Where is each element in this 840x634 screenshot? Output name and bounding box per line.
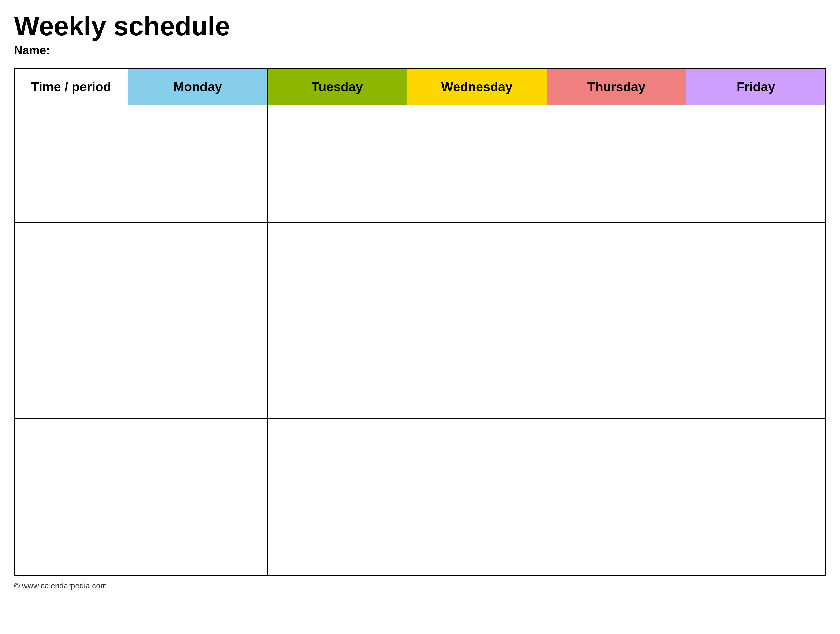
table-cell[interactable] [686, 379, 826, 419]
table-cell[interactable] [407, 183, 546, 223]
table-cell[interactable] [128, 262, 267, 301]
table-cell[interactable] [546, 497, 686, 536]
col-header-time: Time / period [14, 69, 128, 105]
table-cell[interactable] [14, 262, 128, 301]
table-cell[interactable] [14, 497, 128, 536]
col-header-tuesday: Tuesday [267, 69, 407, 105]
table-cell[interactable] [267, 419, 407, 458]
table-cell[interactable] [128, 301, 267, 340]
table-row [14, 223, 826, 262]
table-cell[interactable] [546, 301, 686, 340]
table-cell[interactable] [546, 262, 686, 301]
page-title: Weekly schedule [14, 11, 826, 41]
table-cell[interactable] [407, 223, 546, 262]
table-cell[interactable] [128, 379, 267, 419]
table-cell[interactable] [267, 105, 407, 144]
table-cell[interactable] [128, 105, 267, 144]
table-cell[interactable] [267, 379, 407, 419]
table-cell[interactable] [14, 301, 128, 340]
table-cell[interactable] [267, 458, 407, 497]
table-cell[interactable] [267, 262, 407, 301]
table-cell[interactable] [128, 458, 267, 497]
table-row [14, 262, 826, 301]
table-cell[interactable] [267, 223, 407, 262]
table-cell[interactable] [546, 144, 686, 183]
table-cell[interactable] [407, 379, 546, 419]
table-cell[interactable] [686, 144, 826, 183]
table-cell[interactable] [546, 419, 686, 458]
table-row [14, 105, 826, 144]
table-cell[interactable] [686, 419, 826, 458]
table-cell[interactable] [546, 183, 686, 223]
table-cell[interactable] [686, 183, 826, 223]
table-cell[interactable] [128, 419, 267, 458]
table-cell[interactable] [686, 223, 826, 262]
table-cell[interactable] [14, 379, 128, 419]
table-row [14, 183, 826, 223]
col-header-wednesday: Wednesday [407, 69, 546, 105]
table-cell[interactable] [14, 223, 128, 262]
table-cell[interactable] [686, 301, 826, 340]
name-label: Name: [14, 44, 826, 57]
table-cell[interactable] [686, 536, 826, 576]
table-cell[interactable] [546, 458, 686, 497]
table-cell[interactable] [407, 301, 546, 340]
table-cell[interactable] [14, 458, 128, 497]
table-row [14, 301, 826, 340]
table-cell[interactable] [407, 340, 546, 379]
table-cell[interactable] [128, 340, 267, 379]
col-header-thursday: Thursday [546, 69, 686, 105]
table-cell[interactable] [686, 105, 826, 144]
table-row [14, 458, 826, 497]
footer-copyright: © www.calendarpedia.com [14, 581, 826, 590]
table-cell[interactable] [267, 536, 407, 576]
schedule-table: Time / period Monday Tuesday Wednesday T… [14, 68, 826, 576]
table-cell[interactable] [686, 497, 826, 536]
table-cell[interactable] [686, 340, 826, 379]
table-cell[interactable] [407, 458, 546, 497]
table-cell[interactable] [267, 144, 407, 183]
table-cell[interactable] [546, 223, 686, 262]
table-cell[interactable] [14, 536, 128, 576]
table-cell[interactable] [14, 144, 128, 183]
table-cell[interactable] [407, 536, 546, 576]
table-cell[interactable] [14, 340, 128, 379]
table-cell[interactable] [546, 340, 686, 379]
table-cell[interactable] [267, 340, 407, 379]
col-header-friday: Friday [686, 69, 826, 105]
table-cell[interactable] [128, 536, 267, 576]
table-cell[interactable] [14, 183, 128, 223]
table-cell[interactable] [407, 262, 546, 301]
table-row [14, 497, 826, 536]
table-cell[interactable] [407, 144, 546, 183]
table-cell[interactable] [14, 105, 128, 144]
table-cell[interactable] [128, 183, 267, 223]
table-cell[interactable] [546, 105, 686, 144]
table-cell[interactable] [128, 144, 267, 183]
table-cell[interactable] [128, 497, 267, 536]
table-cell[interactable] [267, 497, 407, 536]
table-cell[interactable] [128, 223, 267, 262]
table-row [14, 536, 826, 576]
table-cell[interactable] [686, 458, 826, 497]
table-cell[interactable] [267, 301, 407, 340]
table-cell[interactable] [407, 419, 546, 458]
table-row [14, 340, 826, 379]
table-cell[interactable] [14, 419, 128, 458]
col-header-monday: Monday [128, 69, 267, 105]
table-row [14, 144, 826, 183]
table-row [14, 379, 826, 419]
table-cell[interactable] [546, 536, 686, 576]
table-row [14, 419, 826, 458]
table-cell[interactable] [267, 183, 407, 223]
table-cell[interactable] [407, 105, 546, 144]
table-cell[interactable] [686, 262, 826, 301]
table-cell[interactable] [407, 497, 546, 536]
table-cell[interactable] [546, 379, 686, 419]
